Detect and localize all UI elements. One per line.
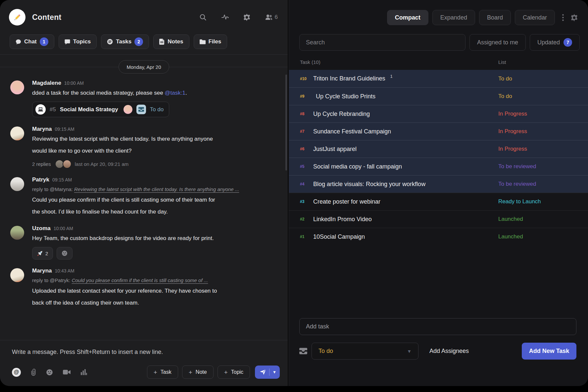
- chat-badge: 1: [40, 37, 48, 46]
- tasks-panel: Compact Expanded Board Calendar Assigned…: [289, 0, 588, 386]
- app-window: Content 6: [0, 0, 588, 386]
- message-author: Patryk: [32, 176, 49, 183]
- status-label[interactable]: To be reviewed: [498, 181, 588, 187]
- add-assignees-button[interactable]: Add Assignees: [429, 348, 469, 355]
- mention-icon[interactable]: @: [12, 368, 21, 377]
- avatar[interactable]: [10, 80, 24, 94]
- panel-settings-gear-icon[interactable]: [570, 14, 578, 22]
- comment-count: 1: [390, 74, 392, 79]
- more-options-icon[interactable]: [562, 14, 564, 21]
- task-row[interactable]: #6 JustJust apparel In Progress: [289, 140, 588, 158]
- reactions: 2: [32, 247, 276, 260]
- task-row[interactable]: #4 Blog article visuals: Rocking your wo…: [289, 175, 588, 193]
- add-note-button[interactable]: + Note: [182, 366, 214, 379]
- task-row[interactable]: #1 10Social Campaign Launched: [289, 228, 588, 245]
- add-task-button[interactable]: + Task: [147, 366, 178, 379]
- replies-count: 2 replies: [32, 161, 51, 167]
- updated-filter[interactable]: Updated 7: [530, 34, 580, 51]
- task-link[interactable]: @task:1: [165, 90, 185, 96]
- status-select[interactable]: To do ▼: [312, 343, 418, 360]
- message-time: 09:15 AM: [55, 126, 74, 132]
- message-text: dded a task for the social media strateg…: [32, 87, 276, 98]
- tab-files[interactable]: Files: [194, 34, 227, 49]
- reaction-count: 2: [45, 251, 48, 256]
- send-options-caret-icon[interactable]: ▼: [272, 370, 276, 374]
- message-text: Hey Team, the custom backdrop designs fo…: [32, 233, 276, 244]
- task-card[interactable]: #5 Social Media Strategy To do: [32, 102, 169, 117]
- column-list: List: [498, 59, 588, 65]
- tab-notes[interactable]: Notes: [153, 34, 189, 49]
- status-label[interactable]: In Progress: [498, 146, 588, 152]
- pencil-icon: [13, 13, 22, 22]
- status-label[interactable]: To be reviewed: [498, 163, 588, 170]
- quoted-message[interactable]: Could you please confirm if the client i…: [72, 277, 208, 283]
- add-topic-button[interactable]: + Topic: [218, 366, 250, 379]
- settings-gear-icon[interactable]: [243, 14, 250, 21]
- avatar[interactable]: [10, 226, 24, 240]
- tab-topics[interactable]: Topics: [59, 34, 97, 49]
- message-text: would like me to go over with the client…: [32, 145, 276, 156]
- list-tray-icon: [299, 348, 307, 355]
- search-input[interactable]: [299, 34, 466, 51]
- avatar[interactable]: [10, 268, 24, 282]
- view-expanded[interactable]: Expanded: [432, 10, 475, 25]
- laptop-icon: [35, 104, 46, 115]
- panel-spacer: [289, 245, 588, 318]
- status-label[interactable]: Launched: [498, 233, 588, 240]
- status-label[interactable]: In Progress: [498, 111, 588, 117]
- members-icon: [265, 14, 272, 21]
- avatar[interactable]: [10, 126, 24, 140]
- add-new-task-button[interactable]: Add New Task: [522, 343, 576, 360]
- tab-notes-label: Notes: [168, 38, 183, 45]
- task-row[interactable]: #2 LinkedIn Promo Video Launched: [289, 210, 588, 228]
- task-row[interactable]: #3 Create poster for webinar Ready to La…: [289, 193, 588, 210]
- assigned-to-me-filter[interactable]: Assigned to me: [469, 34, 526, 51]
- rocket-icon: [37, 251, 43, 256]
- task-row[interactable]: #8 Up Cycle Rebranding In Progress: [289, 105, 588, 122]
- activity-icon[interactable]: [221, 14, 228, 21]
- view-compact[interactable]: Compact: [387, 10, 428, 25]
- add-task-input[interactable]: [299, 318, 576, 335]
- tab-tasks[interactable]: Tasks 2: [101, 34, 149, 49]
- add-reaction-smiley-icon: [62, 250, 68, 256]
- message-input[interactable]: [12, 349, 280, 356]
- status-label[interactable]: In Progress: [498, 128, 588, 135]
- thread-replies[interactable]: 2 replies last on Apr 20, 09:21 am: [32, 160, 276, 169]
- send-button[interactable]: ▼: [255, 366, 280, 379]
- reply-quote: reply to @Maryna: Reviewing the latest s…: [32, 185, 276, 193]
- tab-chat[interactable]: Chat 1: [10, 34, 54, 49]
- attachment-icon[interactable]: [31, 368, 36, 376]
- task-row[interactable]: #5 Social media copy - fall campaign To …: [289, 158, 588, 175]
- message-maryna-2: Maryna 10:43 AM reply to @Patryk: Could …: [0, 260, 288, 308]
- message-patryk: Patryk 09:15 AM reply to @Maryna: Review…: [0, 169, 288, 217]
- channel-tabs: Chat 1 Topics Tasks 2 Notes: [0, 34, 288, 54]
- search-icon[interactable]: [199, 14, 207, 21]
- task-row[interactable]: #10 Triton Inc Brand Guidelines1 To do: [289, 70, 588, 87]
- status-label[interactable]: Ready to Launch: [498, 198, 588, 205]
- chat-bubble-icon: [16, 39, 21, 45]
- task-row[interactable]: #7 Sundance Festival Campaign In Progres…: [289, 122, 588, 140]
- quoted-message[interactable]: Reviewing the latest script with the cli…: [74, 186, 239, 192]
- view-board[interactable]: Board: [479, 10, 511, 25]
- poll-icon[interactable]: [80, 369, 87, 375]
- status-label[interactable]: To do: [498, 75, 588, 82]
- status-label[interactable]: To do: [498, 93, 588, 100]
- chat-panel: Content 6: [0, 0, 289, 386]
- add-reaction-button[interactable]: [57, 247, 73, 260]
- send-icon: [260, 369, 266, 375]
- task-list-icon: [107, 39, 113, 45]
- send-divider: [269, 368, 270, 376]
- avatar[interactable]: [10, 177, 24, 191]
- members-button[interactable]: 6: [265, 14, 278, 21]
- view-calendar[interactable]: Calendar: [515, 10, 555, 25]
- status-label[interactable]: Launched: [498, 216, 588, 222]
- channel-avatar[interactable]: [9, 9, 25, 25]
- task-row[interactable]: #9 Up Cycle Studio Prints To do: [289, 87, 588, 105]
- message-uzoma: Uzoma 10:00 AM Hey Team, the custom back…: [0, 217, 288, 260]
- video-icon[interactable]: [63, 369, 71, 375]
- message-time: 09:15 AM: [52, 177, 72, 182]
- rocket-reaction[interactable]: 2: [32, 247, 53, 260]
- replies-last-time: last on Apr 20, 09:21 am: [75, 161, 129, 167]
- emoji-icon[interactable]: [46, 369, 53, 376]
- tab-topics-label: Topics: [73, 38, 91, 45]
